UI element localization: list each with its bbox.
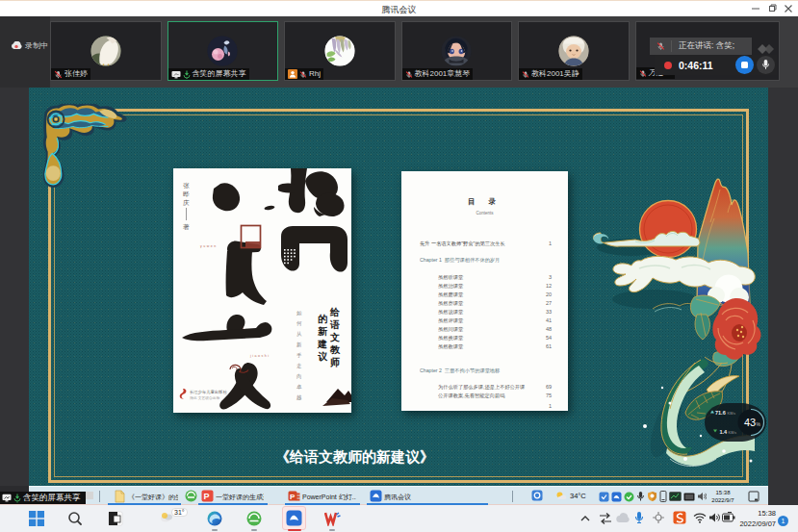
svg-text:%: % (757, 421, 761, 427)
svg-text:KB/s: KB/s (729, 430, 736, 435)
svg-text:KB/s: KB/s (728, 411, 735, 416)
svg-text:长江少年儿童出版社: 长江少年儿童出版社 (190, 390, 227, 394)
svg-text:P: P (204, 492, 210, 501)
svg-text:71.6: 71.6 (715, 410, 726, 416)
svg-text:43: 43 (744, 417, 756, 428)
svg-text:yuwen: yuwen (200, 244, 218, 248)
svg-text:1.4: 1.4 (720, 429, 729, 435)
svg-text:湖北 文艺联合出版: 湖北 文艺联合出版 (190, 395, 220, 400)
svg-text:P: P (290, 493, 296, 501)
svg-text:jiaoshi: jiaoshi (249, 354, 270, 358)
